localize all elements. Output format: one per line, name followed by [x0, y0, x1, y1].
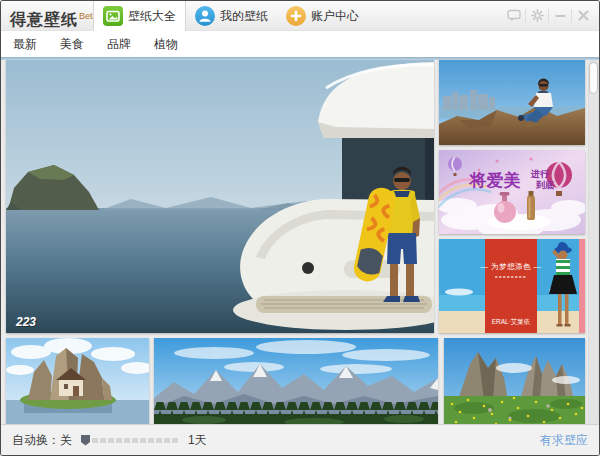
app-title: 得意壁纸: [10, 11, 78, 28]
tab-wallpaper-gallery[interactable]: 壁纸大全: [93, 1, 186, 31]
user-icon: [195, 6, 215, 26]
man-on-rocks-photo: [439, 60, 585, 145]
slider-handle[interactable]: [81, 435, 90, 446]
tab-account-center[interactable]: 账户中心: [277, 1, 368, 31]
tab-label: 壁纸大全: [128, 8, 176, 25]
wallpaper-thumb-dolomites[interactable]: [444, 338, 585, 426]
wallpaper-thumb-man-on-rocks[interactable]: [439, 60, 585, 145]
titlebar: 得意壁纸Beta 壁纸大全 我的壁: [1, 1, 599, 31]
ad-slogan: — 为梦想添色 —: [480, 262, 541, 271]
plus-icon: [286, 6, 306, 26]
ad-slogan-small-2: 到底: [535, 180, 554, 190]
download-count: 223: [15, 315, 36, 329]
minimize-icon[interactable]: [549, 6, 571, 24]
wallpaper-thumb-eral-ad[interactable]: — 为梦想添色 — ERAL·艾莱依: [439, 239, 585, 333]
auto-change-state[interactable]: 关: [60, 432, 72, 449]
wallpaper-request-link[interactable]: 有求壁应: [540, 432, 588, 449]
wallpaper-grid: 223 223: [1, 60, 599, 426]
nav-item-brand[interactable]: 品牌: [103, 36, 135, 53]
picture-icon: [103, 6, 123, 26]
tab-label: 账户中心: [311, 8, 359, 25]
slider-track[interactable]: [92, 438, 180, 443]
nav-item-food[interactable]: 美食: [56, 36, 88, 53]
ad-slogan-big: 将爱美: [469, 170, 521, 190]
mountain-range-photo: [154, 338, 438, 426]
yacht-photo: 223 223: [6, 60, 434, 333]
interval-value: 1天: [188, 432, 207, 449]
wallpaper-thumb-yacht[interactable]: 223 223: [6, 60, 434, 333]
ad-slogan-small-1: 进行: [530, 169, 550, 179]
scrollbar-thumb[interactable]: [589, 62, 598, 94]
window-controls: [503, 5, 594, 25]
eral-ad-photo: — 为梦想添色 — ERAL·艾莱依: [439, 239, 585, 333]
interval-slider[interactable]: [81, 435, 180, 446]
tab-my-wallpapers[interactable]: 我的壁纸: [186, 1, 277, 31]
main-tabs: 壁纸大全 我的壁纸 账户中心: [93, 1, 368, 31]
stone-house-photo: [6, 338, 149, 426]
app-window: 得意壁纸Beta 壁纸大全 我的壁: [0, 0, 600, 456]
scrollbar[interactable]: [588, 60, 599, 426]
nav-item-plants[interactable]: 植物: [150, 36, 182, 53]
app-logo: 得意壁纸Beta: [10, 1, 98, 31]
footer-bar: 自动换： 关 1天 有求壁应: [1, 424, 599, 455]
wallpaper-thumb-stone-house[interactable]: [6, 338, 149, 426]
wallpaper-thumb-mountain-range[interactable]: [154, 338, 438, 426]
nav-item-newest[interactable]: 最新: [9, 36, 41, 53]
tab-label: 我的壁纸: [220, 8, 268, 25]
cosmetics-ad-photo: 将爱美 进行 到底: [439, 150, 585, 234]
category-nav: 最新 美食 品牌 植物: [1, 31, 599, 57]
ad-brand: ERAL·艾莱依: [492, 318, 531, 325]
close-icon[interactable]: [572, 6, 594, 24]
feedback-bubble-icon[interactable]: [503, 6, 525, 24]
gear-icon[interactable]: [526, 6, 548, 24]
wallpaper-thumb-cosmetics-ad[interactable]: 将爱美 进行 到底: [439, 150, 585, 234]
auto-change-label: 自动换：: [12, 432, 60, 449]
dolomites-photo: [444, 338, 585, 426]
